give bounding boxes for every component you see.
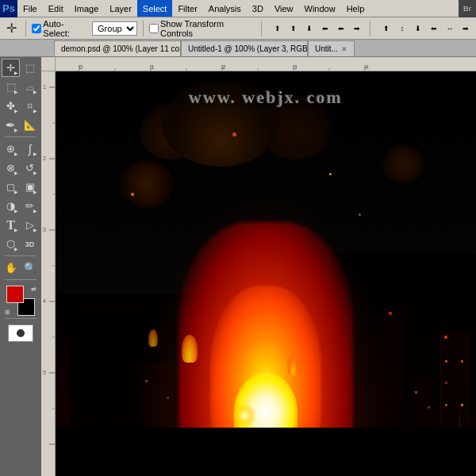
align-hcenter-btn[interactable]: ⬅ [334,21,348,36]
bridge-button[interactable]: Br [459,0,476,17]
marquee-tool[interactable]: ⬚ ▶ [2,78,20,96]
spark-3 [232,132,236,136]
dist-left-btn[interactable]: ⬅ [427,21,441,36]
auto-select-checkbox[interactable] [32,24,41,33]
crop-icon: ⌗ [27,100,33,113]
auto-select-label: Auto-Select: [43,19,89,38]
spot-heal-tool[interactable]: ⊕ ▶ [2,140,20,158]
align-icons: ⬆ ⬆ ⬇ ⬅ ⬅ ➡ [271,21,364,36]
tab-untitled-2-close[interactable]: ✕ [341,45,347,53]
tab-untitled-1[interactable]: Untitled-1 @ 100% (Layer 3, RGB/8) * ✕ [181,40,308,56]
street-light [232,404,256,428]
menu-file[interactable]: File [17,0,43,17]
tool-row-6: ⊗ ▶ ↺ ▶ [2,159,40,177]
tool-row-11: ✋ 🔍 [2,259,40,277]
window-7 [428,406,430,409]
menu-select[interactable]: Select [137,0,173,17]
flicker-1 [182,335,198,363]
lasso-tool[interactable]: ⌓ ▶ [21,78,39,96]
zoom-icon: 🔍 [24,262,36,274]
menubar: Ps File Edit Image Layer Select Filter A… [0,0,476,17]
dist-hcenter-btn[interactable]: ↔ [443,21,457,36]
show-transform-option: Show Transform Controls [149,19,255,38]
ruler-top-ticks [56,57,476,71]
menu-view[interactable]: View [269,0,299,17]
rock-1 [140,456,179,476]
window-2 [461,360,463,363]
quick-mask-btn[interactable] [8,324,33,342]
pen-tool[interactable]: ✏ ▶ [21,197,39,215]
3d-tool[interactable]: 3D [21,235,39,253]
clone-stamp-tool[interactable]: ⊗ ▶ [2,159,20,177]
auto-select-select[interactable]: Group Layer [92,21,137,36]
menu-window[interactable]: Window [299,0,341,17]
menu-filter[interactable]: Filter [172,0,202,17]
canvas-document[interactable]: www. webjx. com [56,71,476,476]
ruler-left-4: 4 [43,298,46,304]
ruler-left-5: 5 [43,370,46,375]
tab-untitled-2[interactable]: Untit... ✕ [308,40,355,56]
eraser-tool[interactable]: ◻ ▶ [2,178,20,196]
text-tool[interactable]: T ▶ [2,216,20,234]
tab-demon-psd[interactable]: demon.psd @ 100% (Layer 11 copy 2, RGB/8… [54,40,181,56]
dist-bottom-btn[interactable]: ⬇ [411,21,425,36]
tool-row-4: ✒ ▶ 📐 [2,116,40,134]
fg-color-swatch[interactable] [6,286,24,303]
ruler-left-2: 2 [43,155,46,161]
reset-colors-icon[interactable]: ⊞ [5,309,10,316]
artboard-tool[interactable]: ⬚ [21,59,39,77]
auto-select-dropdown[interactable]: Group Layer [92,21,137,36]
dist-top-btn[interactable]: ⬆ [379,21,393,36]
ruler-left-3: 3 [43,227,46,232]
hand-tool[interactable]: ✋ [2,259,20,277]
tab-untitled-1-label: Untitled-1 @ 100% (Layer 3, RGB/8) * [188,44,308,53]
menu-analysis[interactable]: Analysis [203,0,247,17]
show-transform-checkbox[interactable] [149,24,159,33]
eyedropper-tool[interactable]: ✒ ▶ [2,116,20,134]
tool-row-9: T ▶ ▷ ▶ [2,216,40,234]
ruler-tool[interactable]: 📐 [21,116,39,134]
history-brush-tool[interactable]: ↺ ▶ [21,159,39,177]
align-vcenter-btn[interactable]: ⬆ [286,21,301,36]
lasso-icon: ⌓ [26,81,34,94]
ruler-corner [41,57,56,71]
hand-icon: ✋ [5,262,17,274]
dodge-tool[interactable]: ◑ ▶ [2,197,20,215]
menu-edit[interactable]: Edit [43,0,69,17]
align-bottom-btn[interactable]: ⬇ [302,21,317,36]
flicker-2 [287,353,299,375]
menu-layer[interactable]: Layer [104,0,137,17]
brush-tool[interactable]: ∫ ▶ [21,140,39,158]
path-select-tool[interactable]: ▷ ▶ [21,216,39,234]
shape-tool[interactable]: ⬡ ▶ [2,235,20,253]
crop-tool[interactable]: ⌗ ▶ [21,97,39,115]
window-4 [445,404,447,406]
window-6 [415,391,417,393]
distribute-icons: ⬆ ↕ ⬇ ⬅ ↔ ➡ [379,21,473,36]
align-left-btn[interactable]: ⬅ [318,21,332,36]
ground [56,428,476,476]
menu-3d[interactable]: 3D [247,0,269,17]
tool-row-7: ◻ ▶ ▣ ▶ [2,178,40,196]
move-tool[interactable]: ✛ ▶ [2,59,20,77]
dist-right-btn[interactable]: ➡ [459,21,473,36]
menu-items: File Edit Image Layer Select Filter Anal… [17,0,370,17]
tool-row-5: ⊕ ▶ ∫ ▶ [2,140,40,158]
artboard-icon: ⬚ [25,62,35,74]
debris-mid-left [119,160,175,208]
divider-2 [143,21,144,36]
tab-demon-psd-label: demon.psd @ 100% (Layer 11 copy 2, RGB/8… [61,44,181,53]
menu-image[interactable]: Image [69,0,105,17]
swap-colors-icon[interactable]: ⇄ [31,286,36,293]
align-right-btn[interactable]: ➡ [350,21,364,36]
dist-vcenter-btn[interactable]: ↕ [395,21,409,36]
zoom-tool[interactable]: 🔍 [21,259,39,277]
debris-ground [182,444,245,476]
ps-logo: Ps [0,0,17,17]
menu-help[interactable]: Help [341,0,370,17]
gradient-tool[interactable]: ▣ ▶ [21,178,39,196]
ruler-left: 1 2 3 4 5 [41,71,56,476]
quick-select-tool[interactable]: ✤ ▶ [2,97,20,115]
align-top-btn[interactable]: ⬆ [271,21,285,36]
quick-mask-icon [15,328,26,339]
